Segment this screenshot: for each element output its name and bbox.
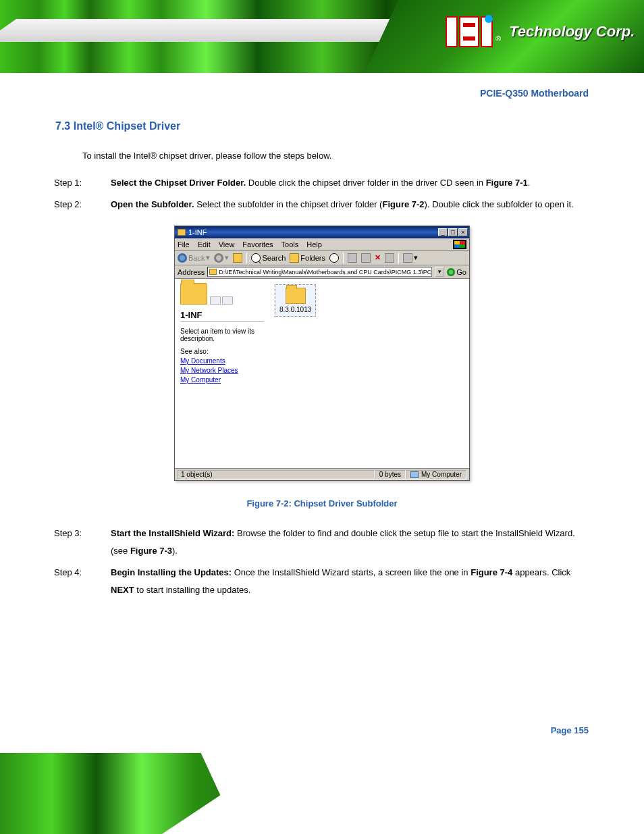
step-number: Step 3: (82, 525, 111, 542)
step-number: Step 1: (82, 174, 111, 192)
intro-paragraph: To install the Intel® chipset driver, pl… (82, 147, 589, 165)
separator (343, 253, 344, 263)
maximize-button[interactable]: □ (448, 228, 458, 236)
chevron-down-icon: ▾ (414, 253, 418, 262)
side-panel-description: Select an item to view its description. (180, 328, 264, 342)
separator (398, 253, 399, 263)
step-label: Begin Installing the Updates: (111, 567, 232, 577)
move-to-icon (348, 253, 357, 263)
iei-logo-icon (446, 16, 493, 47)
section-heading: 7.3 Intel® Chipset Driver (55, 120, 589, 132)
menu-tools[interactable]: Tools (281, 240, 299, 249)
minimize-button[interactable]: _ (438, 228, 448, 236)
link-my-network-places[interactable]: My Network Places (180, 366, 264, 375)
folder-icon (178, 229, 186, 236)
brand-logo: ® Technology Corp. (446, 16, 635, 47)
folder-item[interactable]: 8.3.0.1013 (275, 284, 316, 317)
views toggle-button[interactable]: ▾ (403, 253, 418, 263)
figure-ref: Figure 7-4 (471, 567, 512, 577)
views-icon (403, 253, 412, 263)
folder-mini-icon (210, 296, 221, 305)
page-number: Page 155 (551, 725, 589, 735)
step-3: Step 3:Start the InstallShield Wizard: B… (82, 525, 589, 560)
history-icon (329, 253, 339, 263)
up-button[interactable] (233, 253, 242, 263)
see-also-label: See also: (180, 348, 264, 355)
figure-ref: Figure 7-3 (130, 546, 172, 556)
step-number: Step 4: (82, 564, 111, 581)
step-tail: appears. Click (512, 567, 570, 577)
menu-help[interactable]: Help (306, 240, 322, 249)
figure-ref: Figure 7-2 (382, 199, 424, 209)
undo-button[interactable] (385, 253, 394, 263)
chevron-down-icon: ▾ (225, 253, 229, 262)
action-label: NEXT (111, 585, 134, 595)
step-label: Select the Chipset Driver Folder. (111, 178, 246, 188)
copy-to-icon (361, 253, 371, 263)
chevron-down-icon: ▾ (206, 253, 210, 262)
forward-icon (214, 253, 223, 263)
delete-icon: ✕ (375, 253, 381, 262)
copy-to-button[interactable] (361, 253, 371, 263)
menu-edit[interactable]: Edit (198, 240, 211, 249)
figure-ref: Figure 7-1 (486, 178, 528, 188)
step-text: Once the InstallShield Wizard starts, a … (232, 567, 471, 577)
go-icon (447, 268, 455, 276)
back-icon (178, 253, 187, 263)
step-text: Select the subfolder in the chipset driv… (194, 199, 383, 209)
post-step-list: Step 3:Start the InstallShield Wizard: B… (82, 525, 589, 599)
status-location: My Computer (406, 470, 466, 479)
close-button[interactable]: × (458, 228, 468, 236)
address-dropdown[interactable]: ▼ (435, 267, 444, 277)
delete-button[interactable]: ✕ (375, 253, 381, 262)
folder-large-icon (180, 283, 207, 305)
step-4: Step 4:Begin Installing the Updates: Onc… (82, 564, 589, 599)
step-label: Start the InstallShield Wizard: (111, 528, 234, 538)
step-text: Double click the chipset driver folder i… (246, 178, 486, 188)
search-button[interactable]: Search (251, 253, 286, 263)
window-titlebar[interactable]: 1-INF _ □ × (175, 226, 469, 238)
explorer-content[interactable]: 8.3.0.1013 (269, 279, 469, 468)
step-tail: . (528, 178, 531, 188)
explorer-window: 1-INF _ □ × File Edit View Favorites Too… (174, 226, 470, 481)
brand-name: Technology Corp. (509, 23, 635, 41)
forward-button[interactable]: ▾ (214, 253, 229, 263)
undo-icon (385, 253, 394, 263)
folders-icon (290, 253, 299, 263)
folders-button[interactable]: Folders (290, 253, 325, 263)
folder-icon (286, 288, 306, 304)
go-button[interactable]: Go (447, 268, 466, 276)
menu-file[interactable]: File (178, 240, 190, 249)
search-icon (251, 253, 261, 263)
status-bar: 1 object(s) 0 bytes My Computer (175, 468, 469, 480)
page-header-banner: ® Technology Corp. (0, 0, 644, 73)
address-path: D:\IEI\Technical Writing\Manuals\Motherb… (219, 269, 432, 276)
page-footer-banner (0, 753, 644, 834)
address-field[interactable]: D:\IEI\Technical Writing\Manuals\Motherb… (207, 267, 432, 277)
address-label: Address (178, 268, 205, 276)
folder-icon (209, 269, 217, 275)
figure-caption: Figure 7-2: Chipset Driver Subfolder (55, 498, 589, 509)
status-objects: 1 object(s) (178, 470, 375, 479)
folder-label: 8.3.0.1013 (279, 306, 311, 313)
menu-bar: File Edit View Favorites Tools Help (175, 238, 469, 251)
menu-favorites[interactable]: Favorites (242, 240, 273, 249)
step-number: Step 2: (82, 196, 111, 213)
step-tail: ). (172, 546, 178, 556)
step-label: Open the Subfolder. (111, 199, 194, 209)
separator (246, 253, 247, 263)
back-button[interactable]: Back ▾ (178, 253, 210, 263)
history-button[interactable] (329, 253, 339, 263)
link-my-computer[interactable]: My Computer (180, 375, 264, 385)
side-panel-title: 1-INF (180, 310, 264, 322)
step-2: Step 2:Open the Subfolder. Select the su… (82, 196, 589, 213)
step-tail: ). Double click the subfolder to open it… (425, 199, 574, 209)
status-bytes: 0 bytes (375, 470, 406, 479)
address-bar: Address D:\IEI\Technical Writing\Manuals… (175, 265, 469, 279)
explorer-side-panel: 1-INF Select an item to view its descrip… (175, 279, 269, 468)
menu-view[interactable]: View (219, 240, 235, 249)
link-my-documents[interactable]: My Documents (180, 357, 264, 366)
move-to-button[interactable] (348, 253, 357, 263)
explorer-body: 1-INF Select an item to view its descrip… (175, 279, 469, 468)
up-icon (233, 253, 242, 263)
